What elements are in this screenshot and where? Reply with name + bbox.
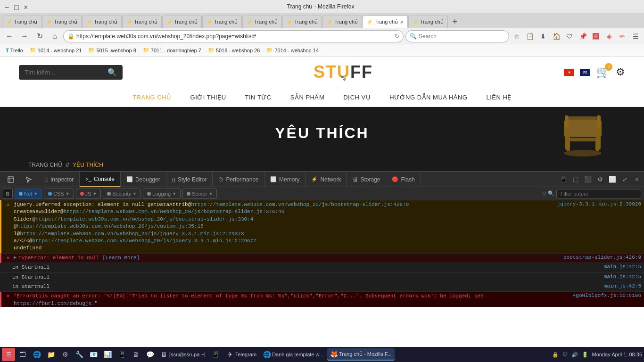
- refresh-icon[interactable]: ↻: [395, 33, 399, 40]
- devtools-pick-element-button[interactable]: [20, 172, 38, 187]
- taskbar-item-4[interactable]: ⚙: [58, 348, 72, 361]
- devtools-split2-icon[interactable]: ⬛: [583, 174, 593, 185]
- nav-item-trangchu[interactable]: TRANG CHỦ: [132, 94, 171, 101]
- tab-11[interactable]: ⚡ Trang chủ: [408, 16, 448, 28]
- warning-link6[interactable]: https://template.web30s.com.vn/webshop_2…: [33, 238, 256, 244]
- warning-link4[interactable]: https://template.web30s.com.vn/webshop_2…: [17, 223, 204, 229]
- new-tab-button[interactable]: +: [448, 16, 462, 28]
- devtools-close-icon[interactable]: ×: [632, 174, 642, 185]
- warning-link3[interactable]: https://template.web30s.com.vn/webshop_2…: [35, 216, 253, 222]
- nav-item-huong-dan[interactable]: HƯỚNG DẪN MUA HÀNG: [389, 94, 467, 101]
- filter-css-button[interactable]: CSS ▼: [44, 189, 74, 199]
- vn-flag-icon[interactable]: [564, 69, 574, 76]
- extension1-icon[interactable]: 🅰: [590, 31, 602, 42]
- search-bar[interactable]: 🔍: [405, 30, 509, 42]
- nav-item-lien-he[interactable]: LIÊN HỆ: [486, 94, 511, 101]
- tab-5[interactable]: ⚡ Trang chủ: [162, 16, 202, 28]
- filter-logging-button[interactable]: Logging ▼: [143, 189, 181, 199]
- tab-8[interactable]: ⚡ Trang chủ: [282, 16, 322, 28]
- site-search-box[interactable]: 🔍: [19, 65, 123, 80]
- taskbar-item-8[interactable]: 📱: [115, 348, 128, 361]
- console-clear-button[interactable]: 🗑: [3, 189, 13, 199]
- tab-6[interactable]: ⚡ Trang chủ: [202, 16, 242, 28]
- taskbar-item-danh-gia[interactable]: 🌐 Danh gia template w...: [260, 348, 326, 361]
- expand-icon[interactable]: ▶: [14, 255, 17, 260]
- warning-link5[interactable]: https://template.web30s.com.vn/webshop_2…: [20, 231, 244, 237]
- warning-location[interactable]: jquery-3.3.1.min.js:2:30920: [553, 201, 641, 207]
- taskbar-item-firefox[interactable]: 🦊 Trang chủ - Mozilla F...: [327, 348, 395, 361]
- minimize-btn[interactable]: −: [5, 3, 11, 10]
- startnull-location-2[interactable]: main.js:42:5: [600, 274, 641, 280]
- tab-1[interactable]: ⚡ Trang chủ: [2, 16, 41, 28]
- cart-button[interactable]: 🛒 2: [596, 66, 610, 79]
- taskbar-item-10[interactable]: 💬: [143, 348, 157, 361]
- taskbar-item-7[interactable]: 📊: [101, 348, 114, 361]
- tab-3[interactable]: ⚡ Trang chủ: [82, 16, 122, 28]
- devtools-tab-performance[interactable]: ⏱ Performance: [213, 172, 264, 187]
- close-btn[interactable]: ×: [24, 3, 30, 10]
- home-button[interactable]: ⌂: [48, 30, 61, 43]
- breadcrumb-home[interactable]: TRANG CHỦ: [28, 162, 62, 168]
- reader-mode-icon[interactable]: 📋: [524, 31, 536, 42]
- filter-net-button[interactable]: Net ▼: [15, 189, 42, 199]
- nav-item-tin-tuc[interactable]: TIN TỨC: [245, 94, 272, 101]
- devtools-tab-console[interactable]: >_ Console: [80, 172, 121, 187]
- warning-link[interactable]: https://template.web30s.com.vn/webshop_2…: [191, 202, 409, 207]
- devtools-dock-icon[interactable]: ⬜: [607, 174, 618, 185]
- fburl-link[interactable]: https://fburl.com/debugjs.: [14, 301, 95, 306]
- tab-2[interactable]: ⚡ Trang chủ: [42, 16, 82, 28]
- extension2-icon[interactable]: ◈: [603, 31, 615, 42]
- download-icon[interactable]: ⬇: [537, 31, 549, 42]
- site-search-icon[interactable]: 🔍: [107, 68, 117, 77]
- learn-more-link[interactable]: [Learn More]: [102, 255, 140, 261]
- bookmark-5018[interactable]: 📁 5018 - webshop 26: [206, 46, 262, 54]
- tab-close-icon[interactable]: ×: [400, 18, 404, 25]
- devtools-tab-debugger[interactable]: ⬜ Debugger: [121, 172, 166, 187]
- taskbar-item-phone[interactable]: 📱: [209, 348, 223, 361]
- back-button[interactable]: ←: [3, 30, 16, 43]
- taskbar-item-1[interactable]: 🗔: [16, 348, 29, 361]
- taskbar-item-telegram[interactable]: ✈ Telegram: [223, 348, 259, 361]
- filter-security-button[interactable]: Security ▼: [103, 189, 141, 199]
- devtools-inspect-button[interactable]: [2, 172, 20, 187]
- taskbar-item-9[interactable]: 🖥: [129, 348, 142, 361]
- devtools-tab-memory[interactable]: ⬜ Memory: [264, 172, 305, 187]
- devtools-tab-inspector[interactable]: ⬚ Inspector: [38, 172, 80, 187]
- devtools-responsive-icon[interactable]: 📱: [558, 174, 569, 185]
- bookmark-7011[interactable]: 📁 7011 - doanhnghiep 7: [141, 46, 203, 54]
- filter-server-button[interactable]: Server ▼: [182, 189, 217, 199]
- devtools-tab-style-editor[interactable]: {} Style Editor: [166, 172, 213, 187]
- startnull-location-1[interactable]: main.js:42:5: [600, 264, 641, 270]
- bookmark-5015[interactable]: 📁 5015 -webshop 8: [86, 46, 138, 54]
- maximize-btn[interactable]: □: [14, 3, 21, 10]
- forward-button[interactable]: →: [18, 30, 31, 43]
- tab-7[interactable]: ⚡ Trang chủ: [242, 16, 282, 28]
- tab-10-active[interactable]: ⚡ Trang chủ ×: [363, 16, 408, 28]
- nav-item-dich-vu[interactable]: DỊCH VỤ: [343, 94, 371, 101]
- taskbar-item-3[interactable]: 📁: [44, 348, 58, 361]
- filter-js-button[interactable]: JS ▼: [76, 189, 101, 199]
- errorutils-location[interactable]: 4goHlblqofx.js:55:6186: [569, 293, 641, 298]
- devtools-tab-network[interactable]: ⚡ Network: [305, 172, 347, 187]
- site-search-input[interactable]: [25, 69, 104, 76]
- taskbar-item-6[interactable]: 📧: [87, 348, 100, 361]
- devtools-settings-icon[interactable]: ⚙: [595, 174, 605, 185]
- en-flag-icon[interactable]: 🇬🇧: [580, 69, 590, 76]
- tab-9[interactable]: ⚡ Trang chủ: [322, 16, 362, 28]
- extension3-icon[interactable]: ✏: [617, 31, 628, 42]
- shield-icon[interactable]: 🛡: [564, 31, 575, 42]
- address-bar[interactable]: 🔒 https://template.web30s.com.vn/webshop…: [63, 30, 404, 42]
- devtools-split-icon[interactable]: ⬚: [570, 174, 581, 185]
- taskbar-item-5[interactable]: 🔧: [73, 348, 86, 361]
- nav-item-san-pham[interactable]: SẢN PHẨM: [290, 94, 325, 101]
- pocket-icon[interactable]: 📌: [577, 31, 588, 42]
- typeerror-location[interactable]: bootstrap-slider.js:426:9: [560, 255, 641, 260]
- reload-button[interactable]: ↻: [33, 30, 46, 43]
- devtools-tab-flash[interactable]: 🔴 Flash: [386, 172, 421, 187]
- tab-4[interactable]: ⚡ Trang chủ: [122, 16, 162, 28]
- devtools-tab-storage[interactable]: 🗄 Storage: [347, 172, 386, 187]
- startnull-location-3[interactable]: main.js:42:5: [600, 283, 641, 289]
- devtools-expand-icon[interactable]: ⤢: [619, 174, 630, 185]
- menu-icon[interactable]: ☰: [630, 31, 641, 42]
- filter-output-input[interactable]: [556, 189, 641, 198]
